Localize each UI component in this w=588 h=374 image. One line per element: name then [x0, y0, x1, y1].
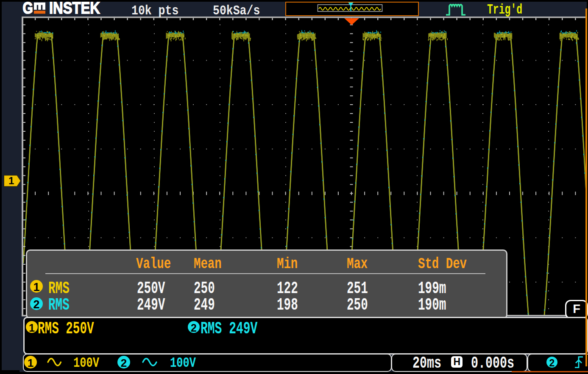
- svg-text:1: 1: [8, 175, 14, 186]
- svg-text:H: H: [454, 356, 461, 367]
